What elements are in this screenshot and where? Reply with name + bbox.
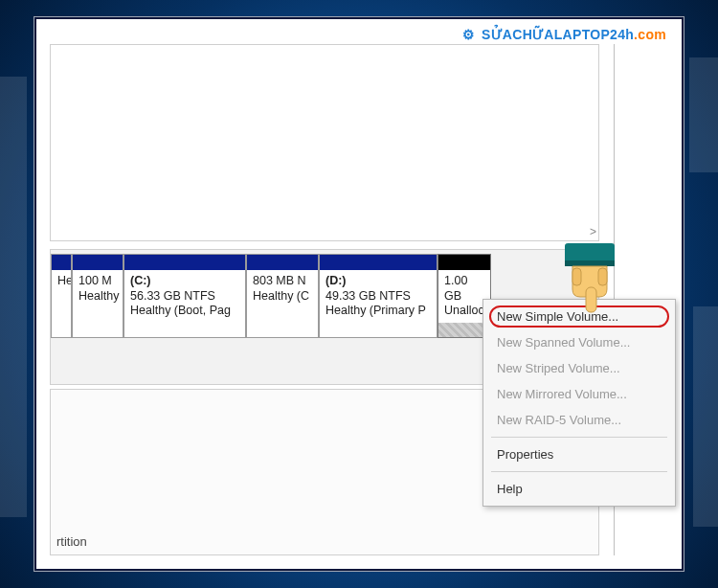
partition-size: 49.33 GB NTFS [325,289,431,305]
partition-size: 1.00 GB [444,274,484,304]
highlight-ring [489,305,669,328]
partition-cap [247,255,318,270]
menu-separator [491,437,667,438]
partition-status: Healt [57,274,65,289]
partition-cap [320,255,437,270]
partition[interactable]: 100 MHealthy [72,254,123,338]
menu-item-new-striped-volume: New Striped Volume... [483,355,675,381]
gear-icon: ⚙ [462,27,475,42]
partition[interactable]: (C:)56.33 GB NTFSHealthy (Boot, Pag [123,254,246,338]
svg-rect-4 [598,268,607,285]
partition-body: Healt [52,270,71,293]
partition-label: (C:) [130,274,239,289]
partition-body: (C:)56.33 GB NTFSHealthy (Boot, Pag [124,270,245,323]
menu-item-new-mirrored-volume: New Mirrored Volume... [483,381,675,407]
partition-cap [438,255,490,270]
partition-cap [124,255,245,270]
partition-body: (D:)49.33 GB NTFSHealthy (Primary P [320,270,437,323]
partition-size: 803 MB N [253,274,312,289]
partition-label: (D:) [325,274,431,289]
partition[interactable]: (D:)49.33 GB NTFSHealthy (Primary P [319,254,438,338]
menu-item-properties[interactable]: Properties [483,441,675,467]
menu-item-help[interactable]: Help [483,476,675,502]
context-menu: New Simple Volume...New Spanned Volume..… [482,299,676,507]
partition-size: 56.33 GB NTFS [130,289,239,305]
disk-management-window: ⚙ SỬACHỮALAPTOP24h.com > Healt100 MHealt… [34,17,684,571]
watermark-text-main: SỬACHỮALAPTOP24h [482,27,634,42]
volume-list-pane[interactable]: > [50,44,599,241]
partition-status: Healthy [79,289,117,305]
partition-status: Healthy (Primary P [325,304,431,319]
watermark-text-tld: .com [634,27,666,42]
partition-status: Healthy (Boot, Pag [130,304,239,319]
menu-item-new-simple-volume[interactable]: New Simple Volume... [483,304,675,329]
partition[interactable]: 803 MB NHealthy (C [246,254,319,338]
menu-separator [491,471,667,472]
partition-status: Healthy (C [253,289,312,305]
partition-status: Unalloc [444,304,484,319]
partition-cap [73,255,123,270]
status-text: rtition [56,534,87,549]
partition-body: 100 MHealthy [73,270,123,307]
partition[interactable]: Healt [51,254,72,338]
menu-item-new-raid-5-volume: New RAID-5 Volume... [483,407,675,433]
partition-body: 803 MB NHealthy (C [247,270,318,307]
menu-item-new-spanned-volume: New Spanned Volume... [483,329,675,355]
partition-cap [52,255,71,270]
partition-size: 100 M [79,274,117,289]
scroll-right-icon[interactable]: > [590,225,596,238]
watermark-logo: ⚙ SỬACHỮALAPTOP24h.com [462,27,666,42]
